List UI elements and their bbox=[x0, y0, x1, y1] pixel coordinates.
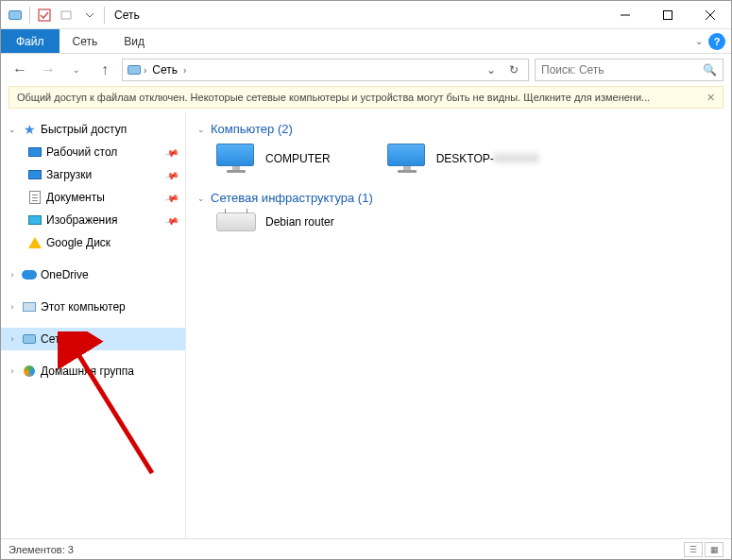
qat-dropdown-icon[interactable] bbox=[79, 5, 100, 25]
homegroup-icon bbox=[22, 364, 37, 379]
expand-icon[interactable]: › bbox=[7, 302, 18, 312]
item-label: COMPUTER bbox=[265, 152, 331, 165]
collapse-icon[interactable]: ⌄ bbox=[7, 125, 18, 134]
tree-label: Сеть bbox=[41, 332, 66, 346]
router-icon bbox=[216, 212, 256, 231]
router-item[interactable]: Debian router bbox=[216, 212, 334, 231]
pictures-icon bbox=[27, 212, 43, 228]
onedrive-icon bbox=[22, 267, 37, 282]
maximize-button[interactable] bbox=[646, 1, 689, 28]
search-placeholder: Поиск: Сеть bbox=[541, 63, 604, 76]
ribbon-menu: Файл Сеть Вид ⌄ ? bbox=[1, 29, 731, 54]
network-icon[interactable] bbox=[5, 5, 26, 25]
pin-icon: 📌 bbox=[164, 212, 179, 228]
navigation-bar: ← → ⌄ ↑ › Сеть › ⌄ ↻ Поиск: Сеть 🔍 bbox=[1, 54, 731, 86]
address-bar[interactable]: › Сеть › ⌄ ↻ bbox=[122, 59, 529, 81]
status-text: Элементов: 3 bbox=[9, 544, 74, 555]
breadcrumb-network[interactable]: Сеть bbox=[148, 63, 181, 76]
details-view-button[interactable]: ☰ bbox=[684, 542, 703, 557]
tree-onedrive[interactable]: › OneDrive bbox=[1, 263, 185, 286]
pin-icon: 📌 bbox=[164, 167, 179, 182]
tree-item-downloads[interactable]: Загрузки 📌 bbox=[1, 163, 185, 186]
tab-network[interactable]: Сеть bbox=[60, 29, 111, 53]
tree-label: Этот компьютер bbox=[41, 300, 126, 314]
network-icon bbox=[127, 62, 142, 77]
tree-item-documents[interactable]: Документы 📌 bbox=[1, 186, 185, 209]
search-icon: 🔍 bbox=[703, 63, 717, 76]
tree-item-gdrive[interactable]: Google Диск bbox=[1, 231, 185, 254]
file-tab[interactable]: Файл bbox=[1, 29, 60, 53]
collapse-icon[interactable]: ⌄ bbox=[197, 194, 205, 203]
item-label: DESKTOP-XXXXXX bbox=[436, 152, 539, 165]
body: ⌄ ★ Быстрый доступ Рабочий стол 📌 Загруз… bbox=[1, 112, 731, 538]
new-folder-icon[interactable] bbox=[57, 5, 77, 25]
search-input[interactable]: Поиск: Сеть 🔍 bbox=[535, 59, 723, 81]
tree-label: Изображения bbox=[46, 213, 117, 227]
info-bar-text: Общий доступ к файлам отключен. Некоторы… bbox=[17, 92, 650, 103]
properties-icon[interactable] bbox=[34, 5, 55, 25]
tree-label: Домашняя группа bbox=[41, 365, 134, 378]
separator bbox=[104, 7, 105, 24]
expand-icon[interactable]: › bbox=[7, 270, 18, 280]
tree-label: OneDrive bbox=[41, 268, 89, 281]
tree-label: Быстрый доступ bbox=[41, 123, 127, 136]
forward-button[interactable]: → bbox=[37, 59, 60, 81]
network-icon bbox=[22, 331, 37, 347]
computer-item[interactable]: DESKTOP-XXXXXX bbox=[387, 144, 539, 174]
desktop-icon bbox=[27, 144, 43, 160]
tree-label: Google Диск bbox=[46, 236, 111, 249]
close-button[interactable] bbox=[689, 1, 731, 28]
help-button[interactable]: ? bbox=[708, 33, 725, 50]
quick-access-toolbar bbox=[1, 5, 111, 25]
tree-this-pc[interactable]: › Этот компьютер bbox=[1, 296, 185, 318]
icons-view-button[interactable]: ▦ bbox=[705, 542, 723, 557]
group-infrastructure-header[interactable]: ⌄ Сетевая инфраструктура (1) bbox=[197, 191, 720, 205]
downloads-icon bbox=[27, 167, 43, 182]
computers-row: COMPUTER DESKTOP-XXXXXX bbox=[197, 140, 720, 187]
computer-item[interactable]: COMPUTER bbox=[216, 144, 331, 174]
tree-quick-access[interactable]: ⌄ ★ Быстрый доступ bbox=[1, 118, 185, 141]
address-dropdown-icon[interactable]: ⌄ bbox=[481, 59, 502, 80]
up-button[interactable]: ↑ bbox=[94, 59, 116, 81]
chevron-right-icon[interactable]: › bbox=[142, 65, 148, 76]
group-label: Компьютер (2) bbox=[211, 122, 293, 136]
item-label: Debian router bbox=[265, 215, 334, 229]
recent-dropdown-icon[interactable]: ⌄ bbox=[65, 59, 88, 81]
pin-icon: 📌 bbox=[164, 190, 179, 205]
infra-row: Debian router bbox=[197, 209, 720, 245]
chevron-right-icon[interactable]: › bbox=[181, 65, 188, 76]
group-label: Сетевая инфраструктура (1) bbox=[211, 191, 373, 205]
tree-item-desktop[interactable]: Рабочий стол 📌 bbox=[1, 141, 185, 163]
info-bar-close-icon[interactable]: ✕ bbox=[706, 92, 715, 104]
info-bar[interactable]: Общий доступ к файлам отключен. Некоторы… bbox=[9, 86, 723, 109]
svg-rect-1 bbox=[61, 11, 71, 19]
ribbon-expand-icon[interactable]: ⌄ bbox=[695, 36, 703, 46]
svg-rect-0 bbox=[39, 9, 50, 21]
pin-icon: 📌 bbox=[164, 144, 179, 160]
back-button[interactable]: ← bbox=[9, 59, 31, 81]
tree-label: Загрузки bbox=[46, 168, 92, 181]
minimize-button[interactable] bbox=[604, 1, 646, 28]
window-title: Сеть bbox=[111, 8, 140, 22]
view-switcher: ☰ ▦ bbox=[684, 542, 723, 557]
separator bbox=[29, 7, 30, 24]
collapse-icon[interactable]: ⌄ bbox=[197, 125, 205, 134]
title-bar: Сеть bbox=[1, 1, 731, 29]
refresh-button[interactable]: ↻ bbox=[503, 59, 524, 80]
navigation-pane: ⌄ ★ Быстрый доступ Рабочий стол 📌 Загруз… bbox=[1, 112, 186, 538]
content-pane: ⌄ Компьютер (2) COMPUTER DESKTOP-XXXXXX … bbox=[186, 112, 731, 538]
window-controls bbox=[604, 1, 731, 28]
document-icon bbox=[27, 190, 43, 205]
tree-label: Рабочий стол bbox=[46, 145, 117, 159]
status-bar: Элементов: 3 ☰ ▦ bbox=[1, 538, 731, 559]
tree-homegroup[interactable]: › Домашняя группа bbox=[1, 360, 185, 382]
expand-icon[interactable]: › bbox=[7, 366, 18, 376]
tree-label: Документы bbox=[46, 191, 105, 204]
expand-icon[interactable]: › bbox=[7, 334, 18, 344]
tree-item-pictures[interactable]: Изображения 📌 bbox=[1, 209, 185, 231]
tree-network[interactable]: › Сеть bbox=[1, 328, 185, 350]
group-computers-header[interactable]: ⌄ Компьютер (2) bbox=[197, 122, 720, 136]
gdrive-icon bbox=[27, 235, 43, 250]
computer-icon bbox=[216, 144, 256, 174]
tab-view[interactable]: Вид bbox=[111, 29, 158, 53]
